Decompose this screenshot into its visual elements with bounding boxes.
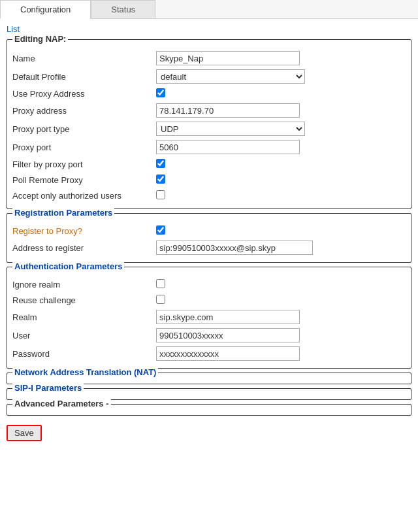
form-row-proxy-port-type: Proxy port type UDP TCP TLS bbox=[12, 120, 406, 138]
list-link[interactable]: List bbox=[7, 24, 20, 34]
tab-configuration[interactable]: Configuration bbox=[0, 0, 91, 19]
label-realm: Realm bbox=[12, 312, 156, 322]
proxy-address-input[interactable] bbox=[156, 103, 300, 118]
control-use-proxy-address bbox=[156, 88, 406, 99]
label-proxy-address: Proxy address bbox=[12, 106, 156, 116]
control-filter-by-proxy-port bbox=[156, 159, 406, 170]
form-row-register-to-proxy: Register to Proxy? bbox=[12, 223, 406, 239]
tabs-container: Configuration Status bbox=[0, 0, 418, 19]
registration-params-content: Register to Proxy? Address to register bbox=[12, 223, 406, 257]
proxy-port-input[interactable] bbox=[156, 140, 300, 154]
form-row-proxy-address: Proxy address bbox=[12, 101, 406, 120]
editing-nap-content: Name Default Profile default Use Proxy A… bbox=[12, 49, 406, 203]
poll-remote-proxy-checkbox[interactable] bbox=[156, 175, 165, 184]
authentication-params-section: Authentication Parameters Ignore realm R… bbox=[7, 267, 411, 369]
registration-params-title: Registration Parameters bbox=[12, 208, 114, 218]
authentication-params-title: Authentication Parameters bbox=[12, 261, 124, 271]
authentication-params-content: Ignore realm Reuse challenge Realm User bbox=[12, 276, 406, 363]
register-to-proxy-checkbox[interactable] bbox=[156, 225, 165, 235]
control-realm bbox=[156, 310, 406, 324]
label-poll-remote-proxy: Poll Remote Proxy bbox=[12, 175, 156, 185]
save-button[interactable]: Save bbox=[7, 425, 42, 441]
form-row-ignore-realm: Ignore realm bbox=[12, 276, 406, 292]
label-filter-by-proxy-port: Filter by proxy port bbox=[12, 159, 156, 169]
tab-bar: Configuration Status bbox=[0, 0, 418, 19]
registration-params-section: Registration Parameters Register to Prox… bbox=[7, 213, 411, 263]
control-proxy-address bbox=[156, 103, 406, 118]
label-proxy-port: Proxy port bbox=[12, 142, 156, 152]
main-content: List Editing NAP: Name Default Profile d… bbox=[0, 19, 418, 452]
label-proxy-port-type: Proxy port type bbox=[12, 124, 156, 134]
label-name: Name bbox=[12, 54, 156, 63]
label-accept-authorized: Accept only authorized users bbox=[12, 191, 156, 201]
use-proxy-address-checkbox[interactable] bbox=[156, 88, 165, 97]
label-use-proxy-address: Use Proxy Address bbox=[12, 89, 156, 99]
form-row-realm: Realm bbox=[12, 308, 406, 326]
default-profile-select[interactable]: default bbox=[156, 69, 305, 84]
label-address-to-register: Address to register bbox=[12, 243, 156, 253]
user-input[interactable] bbox=[156, 328, 300, 342]
control-user bbox=[156, 328, 406, 342]
label-reuse-challenge: Reuse challenge bbox=[12, 295, 156, 305]
ignore-realm-checkbox[interactable] bbox=[156, 279, 165, 288]
accept-only-authorized-checkbox[interactable] bbox=[156, 190, 165, 199]
form-row-poll-remote-proxy: Poll Remote Proxy bbox=[12, 172, 406, 188]
control-ignore-realm bbox=[156, 279, 406, 290]
label-user: User bbox=[12, 331, 156, 341]
form-row-accept-authorized: Accept only authorized users bbox=[12, 188, 406, 203]
address-to-register-input[interactable] bbox=[156, 241, 313, 255]
control-default-profile: default bbox=[156, 69, 406, 84]
tab-status[interactable]: Status bbox=[91, 0, 155, 18]
form-row-default-profile: Default Profile default bbox=[12, 67, 406, 86]
realm-input[interactable] bbox=[156, 310, 300, 324]
save-button-wrapper: Save bbox=[7, 420, 411, 446]
reuse-challenge-checkbox[interactable] bbox=[156, 295, 165, 304]
nat-section-title: Network Address Translation (NAT) bbox=[12, 367, 158, 377]
form-row-name: Name bbox=[12, 49, 406, 67]
label-ignore-realm: Ignore realm bbox=[12, 280, 156, 290]
control-password bbox=[156, 346, 406, 361]
advanced-section: Advanced Parameters - bbox=[7, 404, 411, 416]
password-input[interactable] bbox=[156, 346, 300, 361]
name-input[interactable] bbox=[156, 51, 300, 65]
form-row-reuse-challenge: Reuse challenge bbox=[12, 292, 406, 308]
control-register-to-proxy bbox=[156, 225, 406, 237]
sip-i-section-title: SIP-I Parameters bbox=[12, 383, 84, 393]
label-password: Password bbox=[12, 349, 156, 359]
proxy-port-type-select[interactable]: UDP TCP TLS bbox=[156, 122, 305, 136]
editing-nap-section: Editing NAP: Name Default Profile defaul… bbox=[7, 39, 411, 209]
control-reuse-challenge bbox=[156, 295, 406, 306]
form-row-user: User bbox=[12, 326, 406, 344]
form-row-address-to-register: Address to register bbox=[12, 239, 406, 257]
form-row-password: Password bbox=[12, 344, 406, 363]
form-row-filter-by-proxy-port: Filter by proxy port bbox=[12, 156, 406, 172]
control-poll-remote-proxy bbox=[156, 175, 406, 186]
form-row-proxy-port: Proxy port bbox=[12, 138, 406, 156]
control-proxy-port-type: UDP TCP TLS bbox=[156, 122, 406, 136]
editing-nap-title: Editing NAP: bbox=[12, 34, 68, 44]
control-proxy-port bbox=[156, 140, 406, 154]
control-address-to-register bbox=[156, 241, 406, 255]
form-row-use-proxy-address: Use Proxy Address bbox=[12, 86, 406, 101]
control-accept-authorized bbox=[156, 190, 406, 201]
control-name bbox=[156, 51, 406, 65]
label-default-profile: Default Profile bbox=[12, 72, 156, 82]
advanced-section-title: Advanced Parameters - bbox=[12, 399, 111, 408]
filter-by-proxy-port-checkbox[interactable] bbox=[156, 159, 165, 168]
label-register-to-proxy: Register to Proxy? bbox=[12, 226, 156, 236]
